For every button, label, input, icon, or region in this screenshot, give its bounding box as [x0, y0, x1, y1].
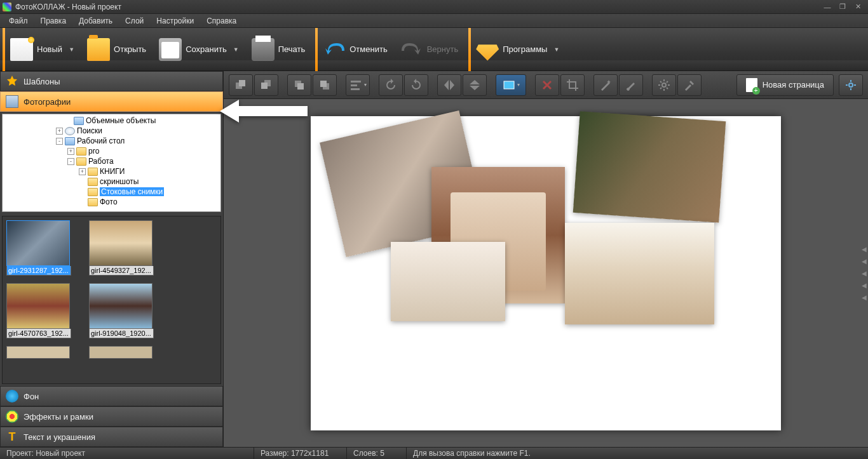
- tree-expand-icon[interactable]: -: [56, 138, 63, 145]
- svg-rect-11: [504, 81, 514, 89]
- tree-label: pro: [88, 147, 99, 156]
- tree-label: Стоковые снимки: [100, 187, 164, 196]
- accordion-photos[interactable]: Фотографии: [0, 91, 223, 112]
- tree-label: скриншоты: [100, 177, 139, 186]
- toolbar-separator: [468, 28, 471, 71]
- brush-button[interactable]: [619, 74, 643, 96]
- text-icon: T: [6, 430, 18, 443]
- status-help: Для вызова справки нажмите F1.: [407, 448, 868, 459]
- flip-h-button[interactable]: [437, 74, 461, 96]
- thumbnail[interactable]: [89, 346, 154, 359]
- bring-front-button[interactable]: [229, 74, 253, 96]
- toolbar-separator: [315, 28, 318, 71]
- status-size: Размер: 1772x1181: [254, 448, 347, 459]
- open-button[interactable]: Открыть: [83, 30, 155, 69]
- bring-forward-button[interactable]: [287, 74, 311, 96]
- new-file-icon: [10, 38, 33, 61]
- send-backward-button[interactable]: [313, 74, 337, 96]
- side-handles[interactable]: ◀◀◀◀◀: [860, 246, 868, 301]
- crop-button[interactable]: [560, 74, 585, 96]
- tree-item[interactable]: +Поиски: [4, 126, 219, 136]
- magic-button[interactable]: [593, 74, 618, 96]
- tree-label: КНИГИ: [100, 167, 125, 176]
- print-button[interactable]: Печать: [248, 30, 315, 69]
- thumbnail[interactable]: girl-2931287_192...: [6, 220, 71, 276]
- thumbnail[interactable]: girl-919048_1920...: [89, 283, 154, 338]
- svg-rect-7: [320, 81, 327, 87]
- thumbnail-caption: girl-2931287_192...: [6, 266, 71, 276]
- svg-rect-8: [351, 81, 361, 83]
- flip-v-button[interactable]: [463, 74, 487, 96]
- svg-point-13: [849, 83, 853, 87]
- maximize-button[interactable]: ❐: [835, 2, 850, 12]
- rotate-right-button[interactable]: [404, 74, 428, 96]
- palette-icon: [6, 410, 18, 423]
- page-settings-button[interactable]: [839, 74, 863, 96]
- save-button[interactable]: Сохранить▼: [155, 30, 248, 69]
- new-page-button[interactable]: Новая страница: [736, 74, 834, 96]
- tree-item[interactable]: Фото: [4, 197, 219, 207]
- status-bar: Проект: Новый проект Размер: 1772x1181 С…: [0, 447, 868, 459]
- accordion-effects[interactable]: Эффекты и рамки: [0, 406, 223, 427]
- align-button[interactable]: [346, 74, 370, 96]
- thumbnail-grid[interactable]: girl-2931287_192...girl-4549327_192...gi…: [2, 216, 221, 384]
- tree-item[interactable]: -Работа: [4, 156, 219, 166]
- menu-layer[interactable]: Слой: [119, 15, 150, 27]
- collage-photo[interactable]: [573, 111, 726, 223]
- thumbnail-caption: girl-4549327_192...: [89, 266, 154, 276]
- folder-open-icon: [87, 38, 110, 61]
- menu-edit[interactable]: Правка: [34, 15, 73, 27]
- delete-button[interactable]: [535, 74, 559, 96]
- redo-icon: [400, 38, 423, 61]
- undo-button[interactable]: Отменить: [319, 30, 396, 69]
- tree-expand-icon[interactable]: +: [79, 168, 86, 175]
- fit-button[interactable]: [496, 74, 526, 96]
- status-project: Проект: Новый проект: [0, 448, 254, 459]
- printer-icon: [252, 38, 275, 61]
- tree-expand-icon[interactable]: -: [67, 158, 74, 165]
- accordion-background[interactable]: Фон: [0, 386, 223, 406]
- close-button[interactable]: ✕: [850, 2, 865, 12]
- search-icon: [65, 127, 75, 135]
- thumbnail[interactable]: girl-4570763_192...: [6, 283, 71, 338]
- folder-icon: [76, 147, 86, 156]
- tree-item[interactable]: скриншоты: [4, 176, 219, 187]
- accordion-text[interactable]: T Текст и украшения: [0, 427, 223, 447]
- canvas-area[interactable]: ◀◀◀◀◀: [224, 99, 868, 447]
- tree-item[interactable]: +pro: [4, 146, 219, 156]
- menu-help[interactable]: Справка: [200, 15, 243, 27]
- svg-rect-1: [239, 80, 245, 86]
- thumbnail-caption: girl-919048_1920...: [89, 329, 154, 338]
- collage-photo[interactable]: [391, 242, 505, 321]
- drive-icon: [74, 117, 84, 125]
- tree-item[interactable]: Стоковые снимки: [4, 187, 219, 197]
- hammer-button[interactable]: [677, 74, 702, 96]
- tree-item[interactable]: +КНИГИ: [4, 166, 219, 176]
- window-title: ФотоКОЛЛАЖ - Новый проект: [15, 3, 820, 11]
- redo-button[interactable]: Вернуть: [397, 30, 468, 69]
- send-back-button[interactable]: [254, 74, 278, 96]
- tree-label: Рабочий стол: [77, 136, 125, 145]
- drive-icon: [65, 137, 75, 145]
- menu-add[interactable]: Добавить: [72, 15, 119, 27]
- tree-item[interactable]: Объемные объекты: [4, 116, 219, 126]
- new-button[interactable]: Новый▼: [6, 30, 83, 69]
- folder-icon: [88, 168, 98, 176]
- thumbnail[interactable]: girl-4549327_192...: [89, 220, 154, 276]
- menu-settings[interactable]: Настройки: [150, 15, 200, 27]
- menu-file[interactable]: Файл: [3, 15, 34, 27]
- tree-expand-icon[interactable]: +: [67, 148, 74, 155]
- rotate-left-button[interactable]: [379, 74, 403, 96]
- thumbnail[interactable]: [6, 346, 71, 359]
- menubar: Файл Правка Добавить Слой Настройки Спра…: [0, 14, 868, 28]
- canvas-page[interactable]: [311, 116, 781, 430]
- accordion-templates[interactable]: Шаблоны: [0, 71, 223, 91]
- tree-item[interactable]: -Рабочий стол: [4, 136, 219, 146]
- tree-expand-icon[interactable]: +: [56, 128, 63, 135]
- programs-button[interactable]: Программы▼: [472, 30, 568, 69]
- settings-button[interactable]: [652, 74, 676, 96]
- collage-photo[interactable]: [565, 223, 714, 324]
- minimize-button[interactable]: —: [820, 2, 835, 12]
- tree-label: Объемные объекты: [86, 116, 156, 125]
- folder-tree[interactable]: Объемные объекты+Поиски-Рабочий стол+pro…: [2, 114, 221, 212]
